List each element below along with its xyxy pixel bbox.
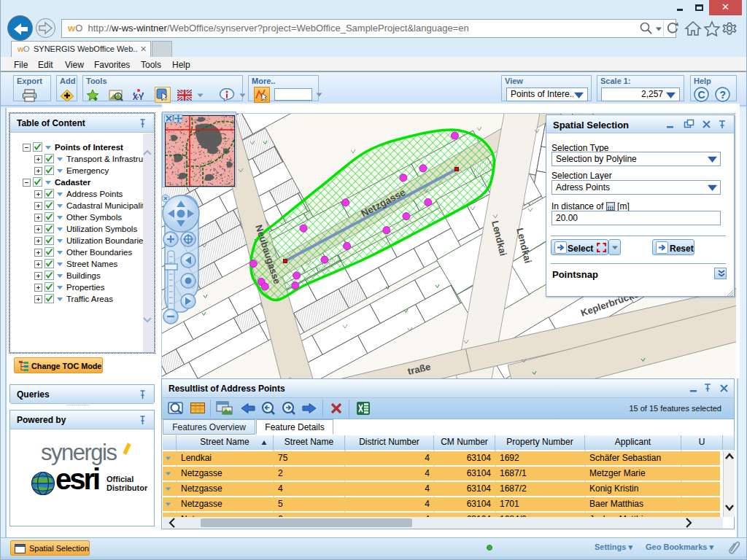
svg-text:?: ? <box>720 89 727 101</box>
svg-text:C: C <box>698 89 705 101</box>
svg-text:Y: Y <box>139 93 144 101</box>
svg-text:X: X <box>133 93 138 101</box>
